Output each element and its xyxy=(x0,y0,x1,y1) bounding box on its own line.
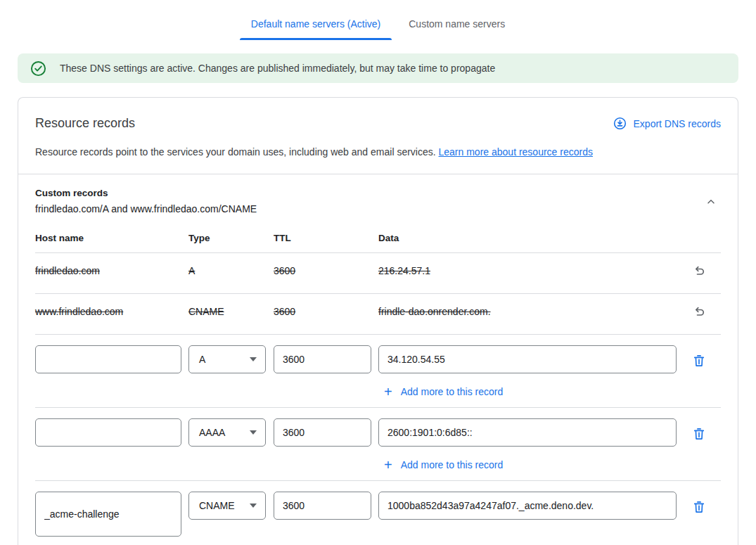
dropdown-caret-icon xyxy=(250,357,257,361)
dns-active-banner: These DNS settings are active. Changes a… xyxy=(18,53,738,83)
table-row: frindledao.com A 3600 216.24.57.1 xyxy=(35,253,721,294)
undo-icon xyxy=(692,264,706,278)
export-dns-records-button[interactable]: Export DNS records xyxy=(613,117,721,130)
trash-icon xyxy=(692,500,706,514)
add-more-to-record-button[interactable]: + Add more to this record xyxy=(384,386,503,397)
tab-custom-name-servers[interactable]: Custom name servers xyxy=(397,10,516,40)
trash-icon xyxy=(692,427,706,441)
editable-record-row: AAAA + xyxy=(35,408,721,481)
host-value: www.frindledao.com xyxy=(35,306,188,317)
col-host-name: Host name xyxy=(35,233,188,243)
section-title: Custom records xyxy=(35,188,257,198)
editable-record-row: A + Ad xyxy=(35,335,721,408)
record-data-input[interactable] xyxy=(378,345,677,373)
ttl-value: 3600 xyxy=(274,306,378,317)
data-value: frindle-dao.onrender.com. xyxy=(378,306,677,317)
ttl-input[interactable] xyxy=(274,418,371,447)
record-type-select[interactable]: AAAA xyxy=(188,418,266,447)
page-title: Resource records xyxy=(35,116,135,131)
collapse-section-button[interactable] xyxy=(701,192,721,212)
plus-icon: + xyxy=(384,460,392,470)
host-name-input[interactable] xyxy=(35,418,181,447)
selected-type: A xyxy=(199,354,205,365)
undo-delete-button[interactable] xyxy=(691,262,707,279)
ttl-value: 3600 xyxy=(274,265,378,276)
delete-record-button[interactable] xyxy=(691,352,707,369)
card-description: Resource records point to the services y… xyxy=(18,131,738,174)
table-row: www.frindledao.com CNAME 3600 frindle-da… xyxy=(35,294,721,335)
banner-message: These DNS settings are active. Changes a… xyxy=(60,63,495,74)
delete-record-button[interactable] xyxy=(691,499,707,515)
download-icon xyxy=(613,117,627,130)
col-ttl: TTL xyxy=(274,233,378,243)
selected-type: AAAA xyxy=(199,427,225,438)
chevron-up-icon xyxy=(705,196,717,207)
section-subtitle: frindledao.com/A and www.frindledao.com/… xyxy=(35,203,257,214)
host-value: frindledao.com xyxy=(35,265,188,276)
export-label: Export DNS records xyxy=(634,118,721,129)
record-data-input[interactable] xyxy=(378,492,677,520)
name-server-tabs: Default name servers (Active) Custom nam… xyxy=(0,0,756,40)
selected-type: CNAME xyxy=(199,500,235,511)
ttl-input[interactable] xyxy=(274,492,371,520)
host-name-input[interactable] xyxy=(35,345,181,373)
undo-delete-button[interactable] xyxy=(691,303,707,320)
record-data-input[interactable] xyxy=(378,418,677,447)
col-type: Type xyxy=(188,233,274,243)
dropdown-caret-icon xyxy=(250,504,257,508)
data-value: 216.24.57.1 xyxy=(378,265,677,276)
plus-icon: + xyxy=(384,387,392,397)
card-header: Resource records Export DNS records xyxy=(18,98,738,131)
ttl-input[interactable] xyxy=(274,345,371,373)
undo-icon xyxy=(692,304,706,319)
resource-records-card: Resource records Export DNS records Reso… xyxy=(18,97,738,545)
table-header-row: Host name Type TTL Data xyxy=(35,223,721,253)
dropdown-caret-icon xyxy=(250,430,257,435)
type-value: CNAME xyxy=(188,306,274,317)
record-type-select[interactable]: A xyxy=(188,345,266,373)
learn-more-link[interactable]: Learn more about resource records xyxy=(439,146,593,158)
editable-record-row: CNAME xyxy=(35,481,721,545)
add-more-to-record-button[interactable]: + Add more to this record xyxy=(384,459,503,470)
records-table: Host name Type TTL Data frindledao.com A… xyxy=(18,223,738,545)
trash-icon xyxy=(692,354,706,368)
tab-default-name-servers[interactable]: Default name servers (Active) xyxy=(240,10,392,40)
custom-records-header: Custom records frindledao.com/A and www.… xyxy=(18,174,738,223)
host-name-input[interactable] xyxy=(35,492,181,537)
delete-record-button[interactable] xyxy=(691,425,707,442)
check-circle-icon xyxy=(30,60,46,77)
record-type-select[interactable]: CNAME xyxy=(188,492,266,520)
col-data: Data xyxy=(378,233,677,243)
type-value: A xyxy=(188,265,274,276)
